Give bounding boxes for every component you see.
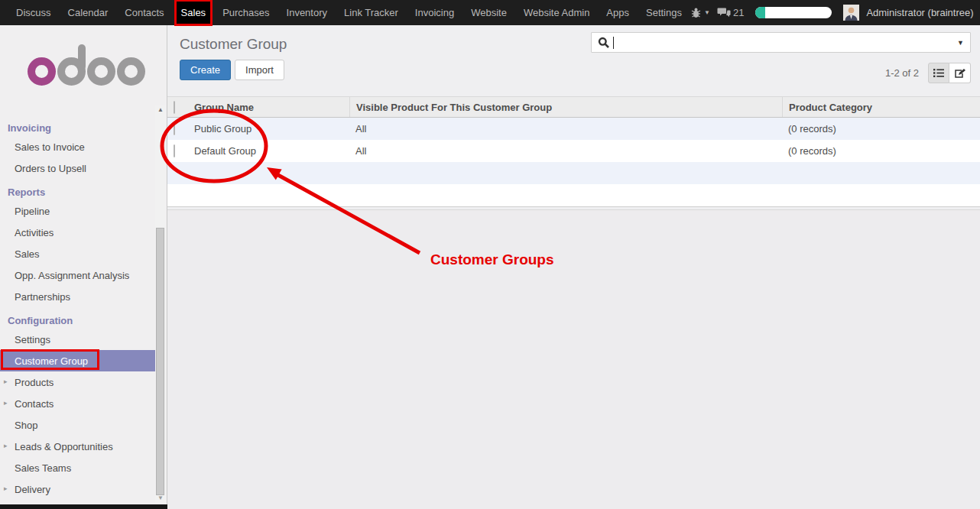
sidebar-item-label: Contacts [15,398,54,410]
sidebar-item-label: Partnerships [15,291,70,303]
sidebar-item-leads-opportunities[interactable]: ▸Leads & Opportunities [0,436,156,457]
messages-indicator[interactable]: 21 [717,7,744,18]
pager[interactable]: 1-2 of 2 [885,67,919,79]
select-all-checkbox[interactable] [174,101,175,114]
sidebar-item-sales-teams[interactable]: Sales Teams [0,457,156,478]
cell-name: Public Group [188,123,349,135]
chevron-down-icon: ▼ [704,10,710,16]
nav-item-website[interactable]: Website [466,2,511,24]
search-icon [598,37,610,49]
nav-item-contacts[interactable]: Contacts [120,2,168,24]
top-navbar: DiscussCalendarContactsSalesPurchasesInv… [0,0,980,25]
message-count: 21 [733,7,744,18]
expand-icon: ▸ [4,399,8,407]
sidebar-scrollbar[interactable]: ▲ ▼ [155,105,166,503]
list-view: Group NameVisible Product For This Custo… [167,97,980,207]
sidebar-item-label: Sales [15,248,40,260]
empty-row [167,184,980,206]
nav-item-inventory[interactable]: Inventory [282,2,332,24]
nav-item-website-admin[interactable]: Website Admin [519,2,594,24]
sidebar-item-label: Sales to Invoice [15,141,85,153]
nav-item-calendar[interactable]: Calendar [63,2,113,24]
scroll-down-icon[interactable]: ▼ [155,494,166,503]
debug-menu[interactable]: ▼ [690,7,710,18]
sidebar-item-label: Activities [15,227,54,238]
sidebar-item-contacts[interactable]: ▸Contacts [0,393,156,414]
sidebar-item-label: Delivery [15,484,50,495]
sidebar: InvoicingSales to InvoiceOrders to Upsel… [0,25,167,509]
sidebar-item-label: Products [15,377,54,388]
sidebar-item-sales-to-invoice[interactable]: Sales to Invoice [0,136,156,157]
sidebar-item-pipeline[interactable]: Pipeline [0,200,156,222]
list-icon [933,68,944,78]
sidebar-item-orders-to-upsell[interactable]: Orders to Upsell [0,157,156,179]
sidebar-item-label: Pipeline [15,206,50,217]
scrollbar-thumb[interactable] [156,228,164,495]
table-row[interactable]: Default GroupAll(0 records) [167,140,980,162]
nav-item-link-tracker[interactable]: Link Tracker [339,2,403,24]
column-header-group-name[interactable]: Group Name [188,102,349,113]
sidebar-item-delivery[interactable]: ▸Delivery [0,478,156,500]
search-dropdown-icon[interactable]: ▼ [957,39,964,47]
sidebar-item-activities[interactable]: Activities [0,222,156,243]
control-panel-left: Customer Group Create Import [180,32,287,96]
sidebar-item-partnerships[interactable]: Partnerships [0,286,156,307]
table-row[interactable]: Public GroupAll(0 records) [167,118,980,140]
sidebar-item-shop[interactable]: Shop [0,414,156,436]
sidebar-item-label: Opp. Assignment Analysis [15,270,129,281]
user-photo-icon [843,5,859,21]
empty-row [167,162,980,184]
sidebar-item-customer-group[interactable]: Customer Group [0,350,156,371]
nav-item-discuss[interactable]: Discuss [11,2,56,24]
expand-icon: ▸ [4,378,8,385]
cell-name: Default Group [188,145,349,157]
row-checkbox[interactable] [174,144,175,157]
cell-visible: All [349,145,782,157]
sidebar-item-label: Sales Teams [15,462,71,474]
odoo-logo[interactable] [28,46,167,86]
nav-item-purchases[interactable]: Purchases [218,2,274,24]
sidebar-item-sales[interactable]: Sales [0,243,156,264]
sidebar-item-label: Shop [15,420,37,431]
form-view-button[interactable] [949,63,971,83]
nav-item-invoicing[interactable]: Invoicing [410,2,459,24]
import-button[interactable]: Import [235,60,284,80]
control-panel-right: ▼ 1-2 of 2 [591,32,971,96]
sidebar-item-label: Customer Group [15,355,88,367]
sidebar-menu: InvoicingSales to InvoiceOrders to Upsel… [0,118,167,500]
edit-icon [954,68,965,79]
sidebar-item-products[interactable]: ▸Products [0,371,156,393]
sidebar-item-label: Settings [15,334,50,345]
expand-icon: ▸ [4,485,8,492]
logo-o2 [87,57,115,86]
avatar[interactable] [843,5,859,21]
sidebar-item-opp-assignment-analysis[interactable]: Opp. Assignment Analysis [0,264,156,286]
sidebar-section-reports: Reports [0,183,167,200]
list-view-button[interactable] [928,63,949,83]
cell-category: (0 records) [782,145,980,157]
row-checkbox[interactable] [174,122,175,135]
nav-menu: DiscussCalendarContactsSalesPurchasesInv… [8,2,690,24]
sidebar-item-settings[interactable]: Settings [0,329,156,350]
sidebar-item-label: Leads & Opportunities [15,441,113,452]
create-button[interactable]: Create [180,60,231,80]
systray: ▼ 21 Administrator (braintree) ▼ [690,5,980,21]
sidebar-item-label: Orders to Upsell [15,163,86,174]
column-header-product-category[interactable]: Product Category [782,97,980,117]
cell-visible: All [349,123,782,135]
column-header-visible-product-for-this-customer-group[interactable]: Visible Product For This Customer Group [349,97,782,117]
nav-item-apps[interactable]: Apps [602,2,634,24]
progress-bar-fill [755,7,765,18]
logo-o1 [28,57,56,86]
nav-item-sales[interactable]: Sales [177,2,211,24]
nav-item-settings[interactable]: Settings [641,2,686,24]
user-menu[interactable]: Administrator (braintree) [866,7,973,18]
control-panel: Customer Group Create Import ▼ [167,25,980,97]
progress-bar[interactable] [755,7,832,18]
search-bar: ▼ [591,32,971,53]
scroll-up-icon[interactable]: ▲ [155,105,166,115]
search-input[interactable] [614,33,957,52]
list-header-row: Group NameVisible Product For This Custo… [167,97,980,118]
view-switcher [928,63,971,83]
content-background [167,209,980,509]
